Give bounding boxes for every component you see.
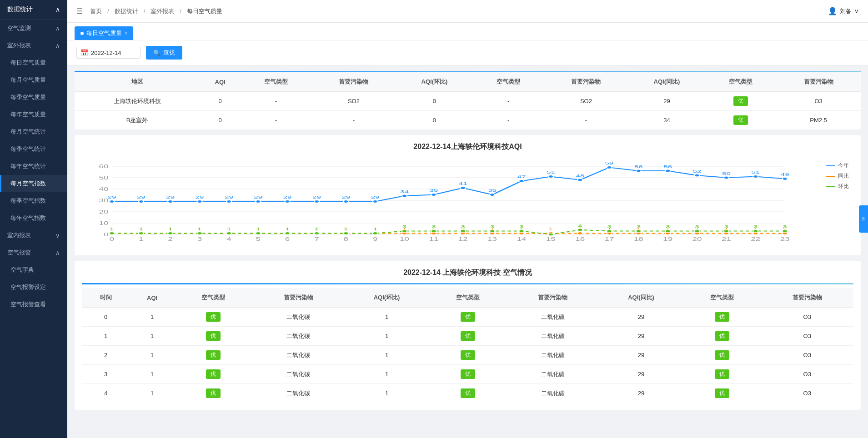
topbar: ☰ 首页 / 数据统计 / 室外报表 / 每日空气质量 👤 刘备 ∨	[67, 0, 868, 23]
sidebar-item-daily-air[interactable]: 每日空气质量	[0, 54, 67, 71]
tab-dot	[80, 32, 84, 35]
table-row: 2 1 优 二氧化碳 1 优 二氧化碳 29 优 O3	[82, 346, 853, 365]
sidebar-item-monthly-index[interactable]: 每月空气指数	[0, 175, 67, 192]
search-button[interactable]: 🔍 查拢	[146, 46, 182, 60]
badge-excellent: 优	[461, 312, 475, 322]
cell-aqi-hb: 0	[396, 92, 473, 111]
svg-point-171	[665, 169, 670, 172]
svg-point-121	[636, 230, 641, 233]
badge-excellent: 优	[206, 331, 221, 341]
svg-text:5: 5	[256, 237, 261, 242]
cell-air-type-hb: -	[473, 111, 544, 130]
sidebar-item-air-alarm-settings[interactable]: 空气报警设定	[0, 279, 67, 296]
svg-text:11: 11	[429, 237, 438, 242]
sidebar-item-air-dict[interactable]: 空气字典	[0, 261, 67, 279]
svg-point-110	[461, 230, 466, 233]
svg-text:4: 4	[226, 237, 231, 242]
sidebar-item-monthly-air[interactable]: 每月空气质量	[0, 71, 67, 89]
cell-pollutant-tb: PM2.5	[776, 111, 861, 130]
svg-text:8: 8	[344, 237, 348, 242]
tab-close-btn[interactable]: ×	[125, 30, 127, 36]
svg-text:13: 13	[487, 237, 497, 242]
cell-pollutant: 二氧化碳	[252, 346, 345, 365]
svg-text:34: 34	[400, 189, 409, 194]
cell-air-type-tb: 优	[683, 308, 761, 327]
cell-aqi: 1	[130, 365, 174, 384]
cell-aqi-tb: 29	[599, 346, 683, 365]
svg-text:29: 29	[196, 195, 204, 200]
breadcrumb-home[interactable]: 首页	[90, 7, 102, 15]
svg-point-161	[519, 180, 524, 183]
svg-text:47: 47	[517, 175, 526, 179]
svg-text:1: 1	[373, 227, 377, 232]
cell-aqi-hb: 0	[396, 111, 473, 130]
table-row: 0 1 优 二氧化碳 1 优 二氧化碳 29 优 O3	[82, 308, 853, 327]
svg-text:51: 51	[547, 170, 555, 175]
legend-jinnian: 今年	[826, 162, 849, 169]
sidebar-item-yearly-index[interactable]: 每年空气指数	[0, 209, 67, 227]
sidebar-item-yearly-air[interactable]: 每年空气质量	[0, 106, 67, 123]
sidebar-group-outdoor-report[interactable]: 室外报表 ∧	[0, 37, 67, 54]
breadcrumb-sep-2: /	[144, 8, 146, 15]
badge-excellent: 优	[206, 388, 221, 398]
cell-aqi-hb: 1	[345, 327, 429, 346]
col-aqi-tb: AQI(同比)	[628, 72, 705, 92]
col-air-type-hb2: 空气类型	[429, 288, 507, 308]
sidebar-item-air-alarm-view[interactable]: 空气报警查看	[0, 296, 67, 313]
sidebar-item-seasonal-air[interactable]: 每季空气质量	[0, 89, 67, 106]
tab-daily-air-quality[interactable]: 每日空气质量 ×	[75, 26, 133, 40]
svg-text:52: 52	[693, 169, 702, 174]
sidebar-section-data-stats[interactable]: 数据统计 ∧	[0, 0, 67, 20]
cell-aqi: 1	[130, 346, 174, 365]
svg-text:3: 3	[666, 225, 670, 229]
date-input[interactable]	[91, 50, 136, 56]
right-panel-toggle[interactable]: fi	[859, 205, 868, 233]
svg-text:3: 3	[197, 237, 202, 242]
cell-air-type-hb: -	[473, 92, 544, 111]
sidebar-item-seasonal-index[interactable]: 每季空气指数	[0, 192, 67, 209]
sidebar-item-seasonal-stats[interactable]: 每季空气统计	[0, 140, 67, 158]
cell-aqi-tb: 29	[628, 92, 705, 111]
cell-air-type: -	[241, 92, 311, 111]
sidebar-section-label: 数据统计	[7, 5, 33, 14]
table-row: 1 1 优 二氧化碳 1 优 二氧化碳 29 优 O3	[82, 327, 853, 346]
topbar-left: ☰ 首页 / 数据统计 / 室外报表 / 每日空气质量	[76, 7, 222, 15]
svg-point-137	[168, 200, 173, 203]
cell-air-type: 优	[175, 384, 252, 403]
menu-icon[interactable]: ☰	[76, 7, 83, 15]
svg-text:18: 18	[634, 237, 643, 242]
sidebar-group-indoor-report[interactable]: 室内报表 ∨	[0, 227, 67, 244]
cell-aqi-tb: 29	[599, 308, 683, 327]
col-time: 时间	[82, 288, 130, 308]
cell-pollutant: 二氧化碳	[252, 365, 345, 384]
sidebar-item-monthly-stats[interactable]: 每月空气统计	[0, 123, 67, 140]
date-input-wrap[interactable]: 📅	[76, 47, 140, 59]
svg-point-119	[607, 230, 612, 233]
badge-excellent: 优	[715, 388, 729, 398]
sidebar-item-yearly-stats[interactable]: 每年空气统计	[0, 158, 67, 175]
svg-point-151	[373, 200, 378, 203]
svg-text:29: 29	[225, 195, 233, 200]
sidebar-group-label: 空气报警	[7, 249, 31, 257]
search-icon: 🔍	[153, 50, 161, 56]
col-aqi2: AQI	[130, 288, 174, 308]
svg-point-106	[402, 230, 407, 233]
svg-text:56: 56	[663, 164, 672, 169]
sidebar-group-air-alarm[interactable]: 空气报警 ∧	[0, 244, 67, 261]
topbar-right: 👤 刘备 ∨	[828, 7, 859, 15]
svg-text:1: 1	[139, 227, 143, 232]
breadcrumb-outdoor[interactable]: 室外报表	[151, 7, 174, 15]
col-air-type-hb: 空气类型	[473, 72, 544, 92]
svg-text:35: 35	[488, 189, 497, 193]
col-area: 地区	[75, 72, 200, 92]
calendar-icon: 📅	[80, 49, 88, 56]
svg-text:22: 22	[751, 237, 760, 242]
svg-text:9: 9	[373, 237, 377, 242]
user-info[interactable]: 👤 刘备 ∨	[828, 7, 859, 15]
cell-aqi-tb: 29	[599, 384, 683, 403]
sidebar-group-air-monitor[interactable]: 空气监测 ∧	[0, 20, 67, 37]
svg-text:29: 29	[254, 195, 262, 200]
breadcrumb-data-stats[interactable]: 数据统计	[115, 7, 138, 15]
svg-point-155	[431, 194, 436, 196]
col-pollutant-hb2: 首要污染物	[507, 288, 599, 308]
